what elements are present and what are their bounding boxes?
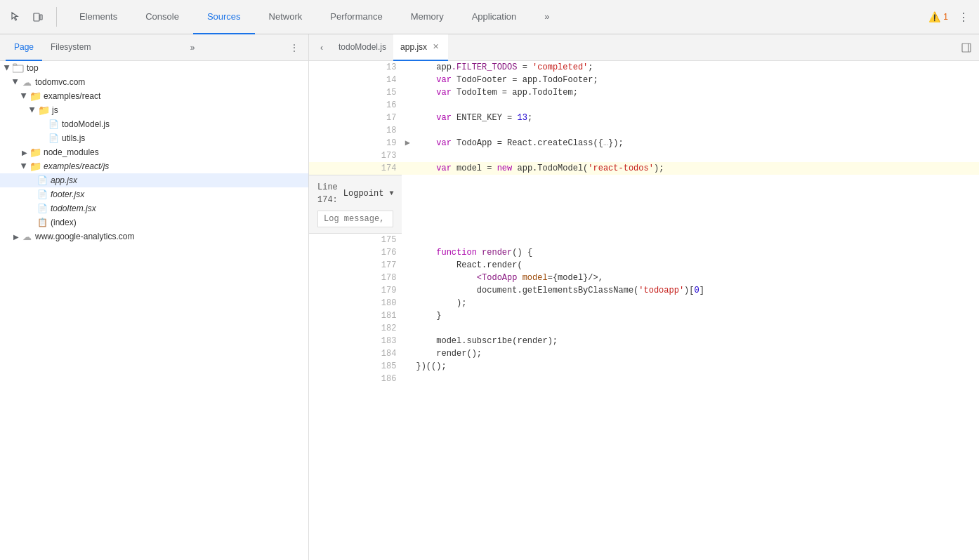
line-arrow [402, 99, 413, 112]
tab-console[interactable]: Console [131, 0, 193, 34]
line-content: React.render( [413, 259, 979, 272]
sidebar-header: Page Filesystem » ⋮ [0, 34, 308, 61]
file-yellow-icon: 📄 [37, 175, 48, 186]
line-content: <TodoApp model={model}/>, [413, 272, 979, 284]
line-content [413, 322, 979, 335]
logpoint-input[interactable] [317, 211, 393, 227]
tree-item-todoitem-jsx[interactable]: 📄 todoItem.jsx [0, 201, 308, 215]
line-arrow [402, 124, 413, 137]
tree-item-index[interactable]: 📋 (index) [0, 215, 308, 229]
line-number: 179 [309, 284, 402, 297]
line-content: var TodoFooter = app.TodoFooter; [413, 74, 979, 86]
code-tab-appjsx[interactable]: app.jsx ✕ [393, 34, 448, 61]
tree-item-js[interactable]: ▶ 📁 js [0, 103, 308, 117]
warning-count: 1 [943, 12, 948, 22]
tree-label: node_modules [44, 147, 99, 157]
more-menu-button[interactable]: ⋮ [954, 7, 973, 27]
tree-item-app-jsx[interactable]: 📄 app.jsx [0, 173, 308, 187]
line-arrow [402, 234, 413, 246]
tree-label: footer.jsx [51, 189, 84, 199]
tree-label: examples/react [44, 91, 100, 101]
code-tab-close-button[interactable]: ✕ [430, 41, 441, 53]
line-content: render(); [413, 347, 979, 360]
line-content: document.getElementsByClassName('todoapp… [413, 284, 979, 297]
line-arrow [402, 259, 413, 272]
table-row: 175 [309, 234, 979, 246]
line-content: app.FILTER_TODOS = 'completed'; [413, 61, 979, 74]
tree-item-utils[interactable]: 📄 utils.js [0, 131, 308, 145]
tree-item-todomodel[interactable]: 📄 todoModel.js [0, 117, 308, 131]
warning-icon: ⚠️ [928, 11, 940, 22]
sidebar-tab-page[interactable]: Page [6, 34, 42, 61]
tab-elements[interactable]: Elements [65, 0, 131, 34]
table-row: 173 [309, 149, 979, 162]
cursor-icon[interactable] [6, 7, 25, 27]
table-row: 184 render(); [309, 347, 979, 360]
file-icon: 📋 [37, 217, 48, 228]
line-arrow [402, 74, 413, 86]
code-tab-todomodel[interactable]: todoModel.js [331, 34, 393, 61]
table-row: 183 model.subscribe(render); [309, 335, 979, 347]
line-number: 183 [309, 335, 402, 347]
tree-item-examples-react-js[interactable]: ▶ 📁 examples/react/js [0, 159, 308, 173]
line-arrow [402, 112, 413, 124]
line-content: function render() { [413, 246, 979, 259]
table-row: 182 [309, 322, 979, 335]
line-content: })((); [413, 360, 979, 373]
tree-item-top[interactable]: ▶ top [0, 61, 308, 75]
line-number: 173 [309, 149, 402, 162]
main-tabs: Elements Console Sources Network Perform… [65, 0, 928, 34]
warning-badge[interactable]: ⚠️ 1 [928, 11, 948, 22]
tree-label: todoItem.jsx [51, 204, 96, 213]
line-number: 18 [309, 124, 402, 137]
cloud-icon: ☁ [21, 231, 32, 242]
line-number: 13 [309, 61, 402, 74]
code-lines: 13 app.FILTER_TODOS = 'completed'; 14 va… [309, 61, 979, 385]
sidebar-options-button[interactable]: ⋮ [286, 39, 303, 56]
tab-performance[interactable]: Performance [316, 0, 396, 34]
line-number: 16 [309, 99, 402, 112]
tree-item-examples-react[interactable]: ▶ 📁 examples/react [0, 89, 308, 103]
device-icon[interactable] [28, 7, 48, 27]
line-content: var ENTER_KEY = 13; [413, 112, 979, 124]
tree-arrow: ▶ [20, 147, 29, 157]
tree-label: www.google-analytics.com [35, 232, 134, 241]
logpoint-row: Line 174: Logpoint ▼ [309, 175, 979, 234]
line-content [413, 99, 979, 112]
tab-sources[interactable]: Sources [193, 0, 255, 34]
folder-yellow-icon: 📁 [29, 91, 41, 102]
code-panel-collapse-button[interactable] [957, 38, 976, 58]
line-arrow [402, 246, 413, 259]
tab-application[interactable]: Application [458, 0, 531, 34]
tree-item-google-analytics[interactable]: ▶ ☁ www.google-analytics.com [0, 229, 308, 244]
line-number: 175 [309, 234, 402, 246]
folder-yellow-icon: 📁 [29, 147, 41, 158]
tree-item-node-modules[interactable]: ▶ 📁 node_modules [0, 145, 308, 159]
line-arrow [402, 322, 413, 335]
expand-arrow[interactable]: ▶ [402, 137, 413, 149]
back-nav-button[interactable]: ‹ [312, 38, 331, 58]
table-row: 185 })((); [309, 360, 979, 373]
tab-more[interactable]: » [530, 0, 563, 34]
sidebar-more-button[interactable]: » [184, 39, 201, 56]
line-arrow [402, 347, 413, 360]
line-arrow [402, 61, 413, 74]
sidebar-tab-filesystem[interactable]: Filesystem [42, 34, 99, 61]
line-arrow [402, 284, 413, 297]
line-arrow [402, 162, 413, 175]
tree-item-todomvc[interactable]: ▶ ☁ todomvc.com [0, 75, 308, 89]
tree-label: (index) [51, 218, 77, 227]
line-number: 19 [309, 137, 402, 149]
svg-rect-1 [40, 15, 42, 20]
line-number: 181 [309, 309, 402, 322]
table-row: 19 ▶ var TodoApp = React.createClass({…}… [309, 137, 979, 149]
tree-item-footer-jsx[interactable]: 📄 footer.jsx [0, 187, 308, 201]
file-yellow-icon: 📄 [37, 189, 48, 200]
logpoint-type-select[interactable]: Logpoint [343, 187, 384, 200]
line-arrow [402, 360, 413, 373]
code-editor[interactable]: 13 app.FILTER_TODOS = 'completed'; 14 va… [309, 61, 979, 560]
tab-network[interactable]: Network [255, 0, 317, 34]
logpoint-dropdown-arrow[interactable]: ▼ [389, 187, 393, 200]
tab-memory[interactable]: Memory [397, 0, 458, 34]
sidebar: Page Filesystem » ⋮ ▶ top ▶ ☁ todomvc.co… [0, 34, 309, 560]
